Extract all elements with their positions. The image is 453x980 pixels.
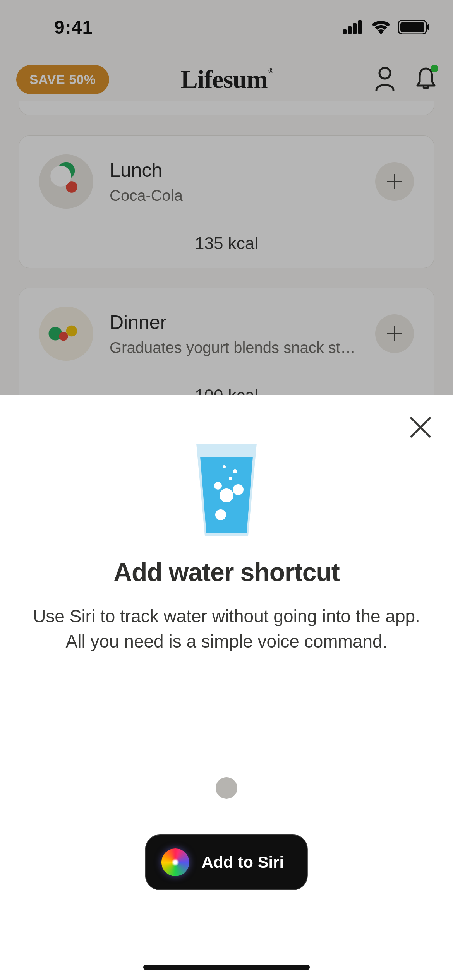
previous-card-fragment xyxy=(19,101,434,115)
meal-text: Dinner Graduates yogurt blends snack str… xyxy=(110,311,359,356)
meal-subtitle: Coca-Cola xyxy=(110,187,359,204)
siri-orb-icon xyxy=(161,848,189,876)
add-to-siri-label: Add to Siri xyxy=(202,853,284,872)
svg-point-15 xyxy=(223,465,226,468)
svg-rect-3 xyxy=(358,20,362,34)
svg-point-13 xyxy=(215,509,226,520)
add-to-siri-button[interactable]: Add to Siri xyxy=(145,834,308,890)
promo-pill[interactable]: SAVE 50% xyxy=(16,65,109,94)
profile-button[interactable] xyxy=(374,66,396,93)
water-glass-icon xyxy=(192,441,261,540)
battery-icon xyxy=(398,20,430,34)
svg-rect-2 xyxy=(353,23,357,34)
close-button[interactable] xyxy=(408,415,433,441)
plus-icon xyxy=(386,173,403,190)
page-indicator-dot xyxy=(216,777,237,799)
plus-icon xyxy=(386,325,403,342)
svg-rect-0 xyxy=(343,29,347,34)
water-shortcut-sheet: Add water shortcut Use Siri to track wat… xyxy=(0,395,453,980)
meal-divider xyxy=(39,375,414,375)
brand-text: Lifesum xyxy=(181,65,268,93)
wifi-icon xyxy=(371,20,391,34)
meal-divider xyxy=(39,223,414,223)
svg-rect-5 xyxy=(400,22,424,32)
registered-mark: ® xyxy=(268,67,273,75)
add-food-button[interactable] xyxy=(375,314,414,353)
meal-subtitle: Graduates yogurt blends snack strawber..… xyxy=(110,339,359,356)
status-bar: 9:41 xyxy=(0,0,453,54)
meal-card-header: Dinner Graduates yogurt blends snack str… xyxy=(39,307,414,361)
meal-card-lunch[interactable]: Lunch Coca-Cola 135 kcal xyxy=(19,135,434,268)
meal-avatar-dinner xyxy=(39,307,93,361)
notifications-button[interactable] xyxy=(415,66,437,93)
add-food-button[interactable] xyxy=(375,162,414,201)
close-icon xyxy=(408,415,433,440)
meal-text: Lunch Coca-Cola xyxy=(110,159,359,204)
svg-rect-1 xyxy=(348,26,352,34)
meal-kcal: 135 kcal xyxy=(39,234,414,253)
svg-point-12 xyxy=(214,482,222,490)
svg-point-11 xyxy=(233,484,244,495)
meal-title: Lunch xyxy=(110,159,359,182)
promo-label: SAVE 50% xyxy=(29,72,96,87)
notification-dot xyxy=(431,65,438,72)
sheet-description: Use Siri to track water without going in… xyxy=(28,604,425,654)
svg-point-14 xyxy=(233,469,237,473)
svg-rect-6 xyxy=(427,24,429,30)
meal-title: Dinner xyxy=(110,311,359,334)
svg-point-10 xyxy=(220,488,233,502)
meal-card-header: Lunch Coca-Cola xyxy=(39,154,414,209)
svg-point-7 xyxy=(379,68,390,79)
status-indicators xyxy=(343,20,430,34)
profile-icon xyxy=(374,66,396,91)
app-header: SAVE 50% Lifesum® xyxy=(0,58,453,101)
header-icons xyxy=(374,66,437,93)
cellular-icon xyxy=(343,20,364,34)
meal-avatar-lunch xyxy=(39,154,93,209)
home-indicator[interactable] xyxy=(143,965,310,970)
sheet-title: Add water shortcut xyxy=(0,557,453,587)
status-time: 9:41 xyxy=(54,17,93,38)
brand-logo: Lifesum® xyxy=(181,65,272,94)
svg-point-16 xyxy=(229,477,232,480)
